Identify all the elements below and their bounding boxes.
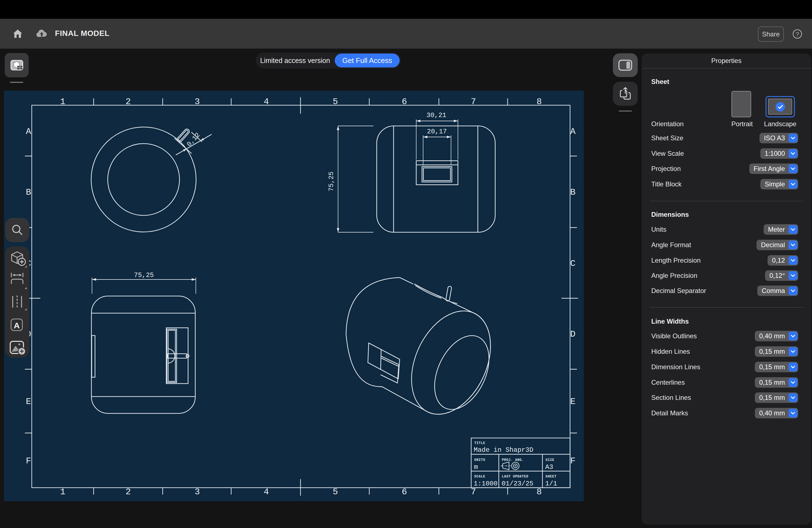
svg-text:6: 6 [402, 487, 407, 497]
svg-text:F: F [26, 456, 31, 466]
svg-text:F: F [570, 456, 575, 466]
svg-text:2: 2 [126, 487, 131, 497]
svg-text:5: 5 [333, 97, 338, 107]
svg-text:?: ? [796, 31, 799, 37]
svg-text:75,25: 75,25 [134, 272, 154, 279]
svg-text:1:1000: 1:1000 [474, 480, 497, 487]
svg-text:3: 3 [194, 97, 200, 107]
svg-text:8: 8 [536, 97, 541, 107]
svg-text:A: A [570, 127, 576, 137]
svg-text:E: E [570, 397, 575, 407]
svg-text:A3: A3 [545, 464, 553, 471]
svg-text:5: 5 [333, 487, 338, 497]
svg-text:PROJ. ANG.: PROJ. ANG. [502, 458, 524, 462]
svg-text:2: 2 [126, 97, 131, 107]
svg-text:30,21: 30,21 [426, 112, 446, 119]
svg-text:E: E [26, 397, 31, 407]
svg-text:SHEET: SHEET [546, 475, 556, 479]
svg-text:4: 4 [263, 97, 269, 107]
svg-text:20,17: 20,17 [427, 128, 447, 135]
svg-text:75,25: 75,25 [328, 172, 335, 191]
svg-text:D: D [570, 329, 575, 339]
svg-text:SIZE: SIZE [546, 458, 554, 462]
svg-text:7: 7 [470, 97, 476, 107]
svg-text:1: 1 [60, 487, 65, 497]
svg-text:1/1: 1/1 [545, 480, 557, 487]
svg-text:m: m [474, 464, 478, 471]
svg-text:B: B [26, 187, 31, 197]
svg-text:8: 8 [536, 487, 541, 497]
svg-text:3: 3 [194, 487, 200, 497]
svg-text:TITLE: TITLE [474, 441, 485, 445]
svg-text:01/23/25: 01/23/25 [502, 480, 533, 487]
svg-text:A: A [26, 127, 31, 137]
svg-text:A: A [14, 321, 20, 330]
svg-text:B: B [570, 187, 575, 197]
svg-text:Made in Shapr3D: Made in Shapr3D [474, 446, 533, 454]
svg-text:C: C [570, 259, 575, 269]
svg-text:4: 4 [263, 487, 269, 497]
svg-text:SCALE: SCALE [474, 475, 485, 479]
svg-text:LAST UPDATED: LAST UPDATED [502, 475, 528, 479]
svg-text:6: 6 [402, 97, 407, 107]
svg-text:7: 7 [470, 487, 476, 497]
svg-text:1: 1 [60, 97, 65, 107]
svg-text:UNITS: UNITS [474, 458, 485, 462]
